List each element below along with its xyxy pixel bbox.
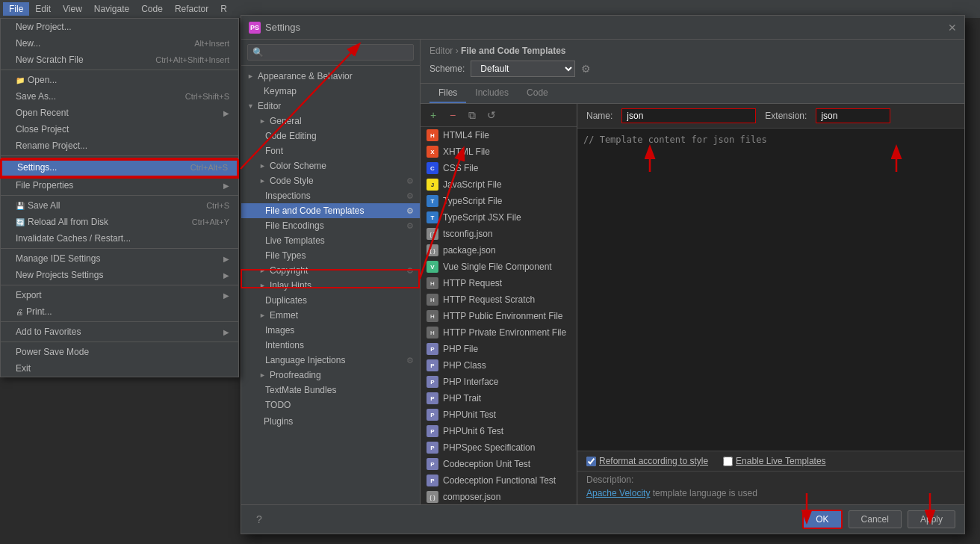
menu-r[interactable]: R [214,2,233,16]
menu-export[interactable]: Export▶ [1,287,238,303]
sidebar-item-appearance[interactable]: Appearance & Behavior [241,69,420,84]
remove-template-button[interactable]: − [444,107,461,123]
menu-power-save[interactable]: Power Save Mode [1,344,238,360]
sidebar-item-plugins[interactable]: Plugins [241,414,420,429]
tab-files[interactable]: Files [429,84,466,103]
scheme-gear-icon[interactable]: ⚙ [581,63,591,75]
menu-new-scratch[interactable]: New Scratch FileCtrl+Alt+Shift+Insert [1,52,238,68]
apache-velocity-link[interactable]: Apache Velocity [586,488,650,498]
file-item-http-public[interactable]: H HTTP Public Environment File [421,308,577,324]
file-item-phpspec[interactable]: P PHPSpec Specification [421,439,577,456]
menu-code[interactable]: Code [135,2,169,16]
menu-refactor[interactable]: Refactor [169,2,214,16]
menu-new-project-settings[interactable]: New Projects Settings▶ [1,267,238,283]
html4-icon: H [427,129,438,141]
menu-add-to-favorites[interactable]: Add to Favorites▶ [1,324,238,340]
menu-print[interactable]: 🖨 Print... [1,303,238,320]
sidebar-item-inspections[interactable]: Inspections ⚙ [241,188,420,203]
sidebar-item-copyright[interactable]: Copyright ⚙ [241,263,420,278]
menu-edit[interactable]: Edit [29,2,57,16]
sidebar-item-inlay-hints[interactable]: Inlay Hints [241,278,420,293]
menu-open-recent[interactable]: Open Recent▶ [1,105,238,121]
scheme-select[interactable]: Default [471,61,575,77]
reformat-checkbox-label[interactable]: Reformat according to style [586,456,708,466]
sidebar-item-label-intentions: Intentions [265,340,304,350]
menu-rename-project[interactable]: Rename Project... [1,137,238,154]
apply-button[interactable]: Apply [908,510,955,528]
extension-input-field[interactable] [816,108,890,123]
menu-file[interactable]: File [3,2,29,16]
sidebar-item-duplicates[interactable]: Duplicates [241,293,420,308]
sidebar-item-code-style[interactable]: Code Style ⚙ [241,173,420,188]
file-item-phpunit6[interactable]: P PHPUnit 6 Test [421,423,577,439]
sidebar-item-intentions[interactable]: Intentions [241,338,420,353]
sidebar-item-emmet[interactable]: Emmet [241,308,420,323]
menu-open[interactable]: 📁 Open... [1,72,238,88]
file-item-js[interactable]: J JavaScript File [421,176,577,193]
dialog-close-button[interactable]: ✕ [948,22,957,34]
code-editor-area[interactable]: // Template content for json files [577,129,964,451]
file-item-tsx[interactable]: T TypeScript JSX File [421,209,577,226]
file-item-http-private[interactable]: H HTTP Private Environment File [421,324,577,341]
live-templates-checkbox-label[interactable]: Enable Live Templates [723,456,826,466]
menu-new-project[interactable]: New Project... [1,19,238,35]
file-item-css[interactable]: C CSS File [421,160,577,176]
menu-close-project[interactable]: Close Project [1,121,238,137]
menu-save-all[interactable]: 💾 Save All Ctrl+S [1,197,238,214]
reset-template-button[interactable]: ↺ [483,107,500,123]
file-item-composer[interactable]: { } composer.json [421,489,577,504]
menu-reload[interactable]: 🔄 Reload All from Disk Ctrl+Alt+Y [1,214,238,230]
file-item-xhtml[interactable]: X XHTML File [421,143,577,160]
file-item-php-class[interactable]: P PHP Class [421,357,577,374]
sidebar-item-todo[interactable]: TODO [241,398,420,412]
help-button[interactable]: ? [250,510,268,528]
file-item-codeception-func[interactable]: P Codeception Functional Test [421,472,577,489]
file-item-package-json[interactable]: { } package.json [421,242,577,259]
reformat-checkbox[interactable] [586,457,596,466]
ok-button[interactable]: OK [802,510,842,529]
file-item-vue[interactable]: V Vue Single File Component [421,259,577,275]
file-item-php-interface[interactable]: P PHP Interface [421,374,577,390]
sidebar-item-editor[interactable]: Editor [241,99,420,114]
sidebar-item-images[interactable]: Images [241,323,420,338]
sidebar-item-font[interactable]: Font [241,143,420,158]
file-item-tsconfig[interactable]: { } tsconfig.json [421,226,577,242]
copy-template-button[interactable]: ⧉ [464,107,480,123]
menu-view[interactable]: View [57,2,88,16]
menu-new[interactable]: New...Alt+Insert [1,35,238,52]
sidebar-search-input[interactable] [247,44,414,61]
sidebar-item-general[interactable]: General [241,114,420,129]
menu-manage-ide[interactable]: Manage IDE Settings▶ [1,250,238,267]
sidebar-item-file-types[interactable]: File Types [241,248,420,263]
cancel-button[interactable]: Cancel [849,510,902,528]
tab-includes[interactable]: Includes [466,84,518,103]
sidebar-item-language-injections[interactable]: Language Injections ⚙ [241,353,420,368]
menu-file-properties[interactable]: File Properties▶ [1,177,238,194]
file-item-php-file[interactable]: P PHP File [421,341,577,357]
menu-navigate[interactable]: Navigate [88,2,135,16]
sidebar-item-color-scheme[interactable]: Color Scheme [241,158,420,173]
xhtml-icon: X [427,146,438,158]
live-templates-checkbox[interactable] [723,457,733,466]
file-item-php-trait[interactable]: P PHP Trait [421,390,577,407]
file-item-phpunit[interactable]: P PHPUnit Test [421,407,577,423]
sidebar-item-code-editing[interactable]: Code Editing [241,129,420,143]
file-item-ts[interactable]: T TypeScript File [421,193,577,209]
sidebar-item-proofreading[interactable]: Proofreading [241,368,420,383]
menu-exit[interactable]: Exit [1,360,238,377]
file-item-codeception-unit[interactable]: P Codeception Unit Test [421,456,577,472]
menu-save-as[interactable]: Save As...Ctrl+Shift+S [1,88,238,105]
menu-invalidate[interactable]: Invalidate Caches / Restart... [1,230,238,247]
menu-settings[interactable]: Settings...Ctrl+Alt+S [1,158,238,177]
tab-code[interactable]: Code [518,84,557,103]
sidebar-item-file-code-templates[interactable]: File and Code Templates ⚙ [241,203,420,218]
sidebar-item-live-templates[interactable]: Live Templates [241,233,420,248]
add-template-button[interactable]: + [425,107,441,123]
file-item-http-request[interactable]: H HTTP Request [421,275,577,291]
file-item-html4[interactable]: H HTML4 File [421,127,577,143]
file-item-http-scratch[interactable]: H HTTP Request Scratch [421,291,577,308]
sidebar-item-textmate[interactable]: TextMate Bundles [241,383,420,398]
sidebar-item-keymap[interactable]: Keymap [241,84,420,99]
sidebar-item-file-encodings[interactable]: File Encodings ⚙ [241,218,420,233]
name-input-field[interactable] [621,108,756,123]
